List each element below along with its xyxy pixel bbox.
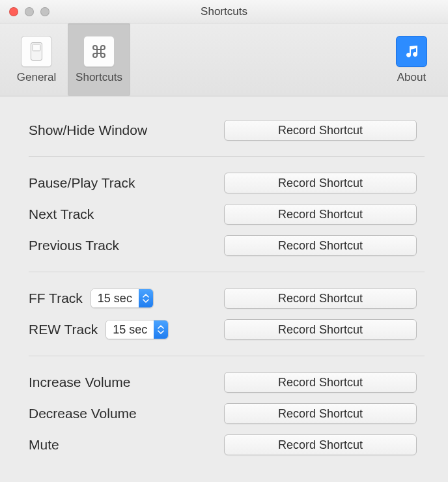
label-rew-text: REW Track <box>29 322 98 337</box>
command-icon <box>83 36 115 67</box>
minimize-button[interactable] <box>25 7 34 16</box>
content: Show/Hide Window Record Shortcut Pause/P… <box>0 96 448 476</box>
row-next-track: Next Track Record Shortcut <box>29 199 425 230</box>
select-ff-value: 15 sec <box>91 289 139 307</box>
toolbar: General Shortcuts About <box>0 23 448 96</box>
label-rew-track: REW Track 15 sec <box>29 320 224 339</box>
row-previous-track: Previous Track Record Shortcut <box>29 230 425 261</box>
group-window: Show/Hide Window Record Shortcut <box>29 115 425 157</box>
label-show-hide: Show/Hide Window <box>29 122 224 138</box>
row-increase-volume: Increase Volume Record Shortcut <box>29 367 425 398</box>
svg-rect-1 <box>33 44 40 51</box>
label-next-track: Next Track <box>29 206 224 222</box>
group-playback: Pause/Play Track Record Shortcut Next Tr… <box>29 157 425 272</box>
window-title: Shortcuts <box>0 5 448 18</box>
chevron-up-down-icon <box>139 289 153 307</box>
label-mute: Mute <box>29 437 224 453</box>
chevron-up-down-icon <box>154 320 168 339</box>
record-mute[interactable]: Record Shortcut <box>224 434 417 455</box>
record-ff-track[interactable]: Record Shortcut <box>224 288 417 309</box>
record-increase-volume[interactable]: Record Shortcut <box>224 372 417 393</box>
label-ff-track: FF Track 15 sec <box>29 289 224 308</box>
row-mute: Mute Record Shortcut <box>29 429 425 461</box>
record-rew-track[interactable]: Record Shortcut <box>224 319 417 340</box>
group-seek: FF Track 15 sec Record Shortcut REW Trac… <box>29 272 425 356</box>
group-volume: Increase Volume Record Shortcut Decrease… <box>29 356 425 461</box>
close-button[interactable] <box>9 7 18 16</box>
music-note-icon <box>396 36 427 67</box>
row-pause-play: Pause/Play Track Record Shortcut <box>29 167 425 199</box>
label-pause-play: Pause/Play Track <box>29 175 224 191</box>
tab-about-label: About <box>397 71 426 84</box>
select-ff-duration[interactable]: 15 sec <box>91 289 154 308</box>
window-controls <box>0 7 49 16</box>
label-increase-volume: Increase Volume <box>29 375 224 390</box>
tab-about[interactable]: About <box>380 23 443 96</box>
row-show-hide: Show/Hide Window Record Shortcut <box>29 115 425 146</box>
tab-shortcuts[interactable]: Shortcuts <box>68 23 130 96</box>
label-decrease-volume: Decrease Volume <box>29 406 224 421</box>
select-rew-duration[interactable]: 15 sec <box>105 320 169 339</box>
label-previous-track: Previous Track <box>29 238 224 253</box>
tab-shortcuts-label: Shortcuts <box>76 71 122 84</box>
record-show-hide[interactable]: Record Shortcut <box>224 120 417 141</box>
switch-icon <box>21 36 52 67</box>
record-pause-play[interactable]: Record Shortcut <box>224 173 417 193</box>
tab-general-label: General <box>17 71 56 84</box>
record-previous-track[interactable]: Record Shortcut <box>224 235 417 256</box>
label-ff-text: FF Track <box>29 291 83 306</box>
record-next-track[interactable]: Record Shortcut <box>224 204 417 225</box>
row-rew-track: REW Track 15 sec Record Shortcut <box>29 314 425 345</box>
row-ff-track: FF Track 15 sec Record Shortcut <box>29 283 425 314</box>
record-decrease-volume[interactable]: Record Shortcut <box>224 403 417 424</box>
row-decrease-volume: Decrease Volume Record Shortcut <box>29 398 425 429</box>
tab-general[interactable]: General <box>5 23 68 96</box>
zoom-button[interactable] <box>40 7 49 16</box>
select-rew-value: 15 sec <box>106 320 154 339</box>
titlebar: Shortcuts <box>0 0 448 23</box>
